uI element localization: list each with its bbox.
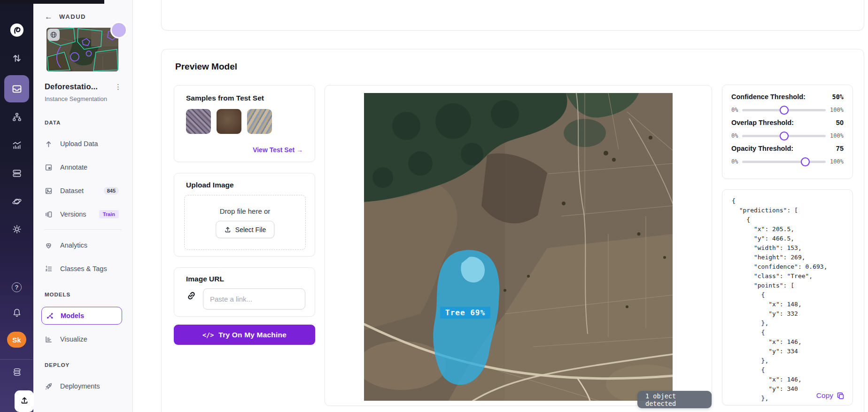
image-url-card: Image URL: [174, 267, 315, 317]
opacity-threshold-row: Opacity Threshold: 75: [731, 145, 844, 152]
train-badge: Train: [99, 210, 119, 218]
thresholds-card: Confidence Threshold: 50% 0% 100% Overla…: [722, 85, 853, 179]
sidebar-item-visualize[interactable]: Visualize: [45, 333, 119, 345]
sidebar-item-analytics[interactable]: Analytics: [45, 239, 119, 251]
roboflow-logo[interactable]: [0, 23, 33, 37]
sidebar-item-label: Classes & Tags: [60, 265, 107, 272]
inference-image: Tree 69%: [364, 93, 673, 401]
project-sidebar: ← WADUD: [33, 0, 133, 412]
project-thumbnail[interactable]: [46, 28, 118, 71]
sidebar-item-label: Versions: [60, 210, 86, 218]
opacity-slider-track[interactable]: [742, 161, 826, 163]
confidence-slider-thumb[interactable]: [780, 106, 789, 115]
view-test-set-link[interactable]: View Test Set →: [253, 146, 303, 154]
sidebar-item-versions[interactable]: Versions Train: [45, 208, 119, 220]
roboflow-logo-icon: [10, 23, 24, 37]
sidebar-item-classes-tags[interactable]: Classes & Tags: [45, 263, 119, 275]
model-summary-card-partial: (Past): [161, 0, 864, 31]
overlap-threshold-row: Overlap Threshold: 50: [731, 119, 844, 126]
opacity-slider-row: 0% 100%: [731, 157, 844, 166]
globe-badge-icon: [47, 29, 60, 41]
dataset-count-badge: 845: [104, 187, 119, 194]
upload-tray-button[interactable]: [15, 390, 34, 412]
user-avatar[interactable]: Sk: [7, 332, 26, 348]
upload-arrow-icon: [45, 140, 53, 148]
try-on-my-machine-button[interactable]: </> Try On My Machine: [174, 325, 315, 345]
slider-min-label: 0%: [731, 107, 738, 113]
project-name-row: Deforestatio... ⋮: [45, 82, 122, 92]
sidebar-divider: [45, 229, 122, 230]
sidebar-item-label: Upload Data: [60, 140, 98, 148]
opacity-threshold-label: Opacity Threshold:: [731, 145, 793, 152]
samples-card-title: Samples from Test Set: [186, 94, 264, 102]
dataset-image-icon: [45, 187, 53, 195]
confidence-slider-track[interactable]: [742, 109, 826, 111]
rail-projects-icon-active[interactable]: [4, 75, 29, 102]
question-glyph: ?: [12, 282, 22, 292]
back-arrow-icon[interactable]: ←: [45, 13, 53, 21]
sidebar-item-label: Analytics: [60, 241, 87, 249]
sample-thumbnail-1[interactable]: [186, 109, 211, 134]
satellite-image-texture: [364, 93, 673, 401]
workspace-name[interactable]: WADUD: [59, 13, 86, 20]
app-rail: ? Sk: [0, 0, 33, 412]
page-title: Preview Model: [175, 62, 237, 72]
workflows-icon[interactable]: [0, 112, 33, 122]
upload-card-title: Upload Image: [186, 181, 234, 189]
slider-min-label: 0%: [731, 132, 738, 139]
sidebar-item-deployments[interactable]: Deployments: [45, 380, 119, 392]
rocket-icon: [45, 382, 53, 390]
rail-divider: [0, 359, 33, 360]
opacity-slider-thumb[interactable]: [801, 157, 810, 166]
usage-coins-icon[interactable]: [0, 367, 33, 377]
select-file-button[interactable]: Select File: [216, 221, 274, 238]
app-root: { "colors": { "accent_purple": "#7c3aed"…: [0, 0, 868, 412]
inference-viewer-card: Tree 69% 1 object detected: [325, 85, 712, 406]
slider-max-label: 100%: [830, 107, 844, 113]
sidebar-item-dataset[interactable]: Dataset 845: [45, 185, 119, 197]
inbox-icon: [11, 83, 23, 94]
slider-max-label: 100%: [830, 132, 844, 139]
drop-text: Drop file here or: [185, 207, 305, 215]
overlap-slider-row: 0% 100%: [731, 131, 844, 140]
section-label-data: DATA: [45, 120, 61, 125]
confidence-threshold-value: 50%: [832, 93, 844, 101]
slider-max-label: 100%: [830, 158, 844, 165]
overlap-slider-thumb[interactable]: [780, 132, 789, 140]
overlap-threshold-label: Overlap Threshold:: [731, 119, 794, 126]
transfer-icon[interactable]: [0, 53, 33, 63]
sidebar-header: ← WADUD: [45, 13, 86, 21]
sidebar-item-upload-data[interactable]: Upload Data: [45, 138, 119, 150]
sidebar-item-label: Annotate: [60, 163, 87, 171]
link-chain-icon: [186, 290, 197, 301]
upload-image-card: Upload Image Drop file here or Select Fi…: [174, 173, 315, 257]
confidence-threshold-label: Confidence Threshold:: [731, 93, 806, 101]
image-url-input[interactable]: [203, 288, 305, 310]
preview-model-card: Preview Model Samples from Test Set View…: [161, 49, 864, 412]
file-dropzone[interactable]: Drop file here or Select File: [184, 195, 306, 250]
main-content: (Past) Preview Model Samples from Test S…: [133, 0, 868, 412]
server-stack-icon[interactable]: [0, 168, 33, 179]
universe-planet-icon[interactable]: [0, 196, 33, 207]
copy-icon: [837, 392, 845, 400]
kebab-menu-icon[interactable]: ⋮: [115, 82, 122, 92]
slider-min-label: 0%: [731, 158, 738, 165]
help-icon[interactable]: ?: [0, 282, 33, 292]
upload-tray-icon: [20, 396, 29, 405]
sidebar-item-annotate[interactable]: Annotate: [45, 161, 119, 173]
project-type: Instance Segmentation: [45, 95, 107, 102]
copy-json-button[interactable]: Copy: [813, 391, 845, 400]
code-glyph-icon: </>: [202, 331, 214, 339]
sample-thumbnail-3[interactable]: [247, 109, 272, 134]
monitoring-chart-icon[interactable]: [0, 140, 33, 150]
settings-gear-icon[interactable]: [0, 224, 33, 234]
sample-thumbnails: [186, 109, 302, 134]
top-strip: [0, 0, 104, 4]
project-name[interactable]: Deforestatio...: [45, 82, 98, 91]
overlap-slider-track[interactable]: [742, 135, 826, 137]
sample-thumbnail-4[interactable]: [278, 109, 302, 134]
opacity-threshold-value: 75: [836, 145, 844, 152]
notifications-bell-icon[interactable]: [0, 308, 33, 318]
sample-thumbnail-2[interactable]: [217, 109, 241, 134]
sidebar-item-models-active[interactable]: Models: [41, 307, 122, 325]
